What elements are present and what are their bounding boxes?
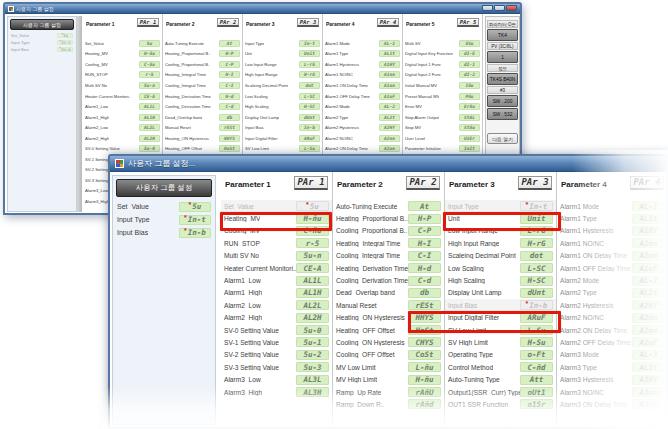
param-value-cell[interactable]: A1oF <box>379 93 400 100</box>
param-value-cell[interactable]: L-rG <box>520 226 553 236</box>
table-row[interactable]: Alarm2 OFF Delay TimeA2oF <box>557 336 666 348</box>
device-action-button[interactable]: SW : 532 <box>487 108 518 120</box>
table-row[interactable]: Input Digital FilterARuF <box>445 312 556 324</box>
param-value-cell[interactable]: 5u-3 <box>296 362 329 372</box>
table-row[interactable]: Digital Input Key FunctiondI-E <box>403 49 482 60</box>
param-value-cell[interactable]: A1on <box>379 82 400 89</box>
param-value-cell[interactable]: oUt1 <box>520 387 553 397</box>
param-value-cell[interactable]: HHYS <box>219 135 240 142</box>
param-value-cell[interactable]: H-rG <box>520 238 553 248</box>
table-row[interactable]: Alarm1 TypeAL1t <box>557 212 666 224</box>
table-row[interactable]: SV-0 Setting Value5u-0 <box>83 143 162 154</box>
sidebar-item[interactable]: Set_Value*5u <box>113 200 215 213</box>
param-value-cell[interactable]: AL3H <box>296 387 329 397</box>
param-value-cell[interactable]: AL1L <box>296 276 329 286</box>
param-value-cell[interactable]: L-rG <box>299 61 320 68</box>
param-value-cell[interactable]: *5u <box>296 201 329 211</box>
param-value-cell[interactable]: A2on <box>379 145 400 152</box>
param-value-cell[interactable]: o-Ft <box>520 350 553 360</box>
param-value-cell[interactable]: rAñU <box>408 387 441 397</box>
param-value-cell[interactable]: H-ñu <box>139 50 160 57</box>
table-row[interactable]: Error MVErñu <box>403 101 482 112</box>
param-value-cell[interactable]: dI-E <box>459 50 480 57</box>
table-row[interactable]: Input Bias*In-b <box>445 299 556 311</box>
maximize-button[interactable] <box>494 5 505 11</box>
table-row[interactable]: Heating_Proportional B..H-P <box>163 49 242 60</box>
table-row[interactable]: UnitUnit <box>243 49 322 60</box>
table-row[interactable]: Cooling_Derivation TimeC-d <box>333 274 444 286</box>
table-row[interactable]: RUN_STOPr-5 <box>83 70 162 81</box>
param-value-cell[interactable]: H-d <box>219 93 240 100</box>
table-row[interactable]: Cooling_Proportional B..C-P <box>163 59 242 70</box>
table-row[interactable]: Stop Alarm OutputStAL <box>403 112 482 123</box>
param-value-cell[interactable]: 5u-0 <box>296 325 329 335</box>
table-row[interactable]: Stop MVStñu <box>403 122 482 133</box>
param-value-cell[interactable]: A2on <box>632 325 665 335</box>
param-value-cell[interactable]: C-ñu <box>296 226 329 236</box>
table-row[interactable]: Dead_Overlap banddb <box>163 112 242 123</box>
device-action-button[interactable]: TK4 <box>487 29 518 41</box>
param-value-cell[interactable]: H-ñu <box>408 375 441 385</box>
table-row[interactable]: MV Low LimitL-ñu <box>333 361 444 373</box>
param-value-cell[interactable]: AL-1 <box>632 201 665 211</box>
table-row[interactable]: Digital Input 1 FuncdI-1 <box>403 59 482 70</box>
table-row[interactable]: Alarm1 NO/NCA1nn <box>557 237 666 249</box>
param-value-cell[interactable]: CE-A <box>296 263 329 273</box>
table-row[interactable]: SV Low LimitL-Su <box>243 143 322 154</box>
table-row[interactable]: Heating_Derivation TimeH-d <box>163 91 242 102</box>
table-row[interactable]: Alarm2 NO/NCA2nn <box>557 312 666 324</box>
table-row[interactable]: Alarm1 ON Delay TimeA1on <box>557 250 666 262</box>
param-value-cell[interactable]: AL2L <box>296 300 329 310</box>
table-row[interactable]: Heater Current Monitori..CE-A <box>221 262 332 274</box>
param-value-cell[interactable]: C-P <box>219 61 240 68</box>
table-row[interactable]: Alarm2 ON Delay TimeA2on <box>557 324 666 336</box>
param-value-cell[interactable]: 5u-1 <box>296 337 329 347</box>
table-row[interactable]: Set_Value5u <box>83 38 162 49</box>
table-row[interactable]: SV-3 Setting Value5u-3 <box>221 361 332 373</box>
param-value-cell[interactable]: In-b <box>299 124 320 131</box>
table-row[interactable]: Auto-Tuning ExecuteAt <box>333 200 444 212</box>
table-row[interactable]: Heating_Proportional B..H-P <box>333 212 444 224</box>
device-action-button[interactable]: TK4S B40N <box>487 73 518 85</box>
table-row[interactable]: Low Input RangeL-rG <box>243 59 322 70</box>
bg-titlebar[interactable]: 사용자 그룹 설정 <box>5 4 520 14</box>
param-value-cell[interactable]: *5u <box>179 202 211 212</box>
user-group-settings-header[interactable]: 사용자 그룹 설정 <box>10 19 74 30</box>
param-value-cell[interactable]: AL3L <box>296 375 329 385</box>
param-value-cell[interactable]: StAL <box>459 114 480 121</box>
param-value-cell[interactable]: dUnt <box>299 114 320 121</box>
param-value-cell[interactable]: r-5 <box>139 71 160 78</box>
table-row[interactable]: Manual ResetrESt <box>333 299 444 311</box>
param-value-cell[interactable]: H-d <box>408 263 441 273</box>
param-value-cell[interactable]: H-P <box>408 214 441 224</box>
table-row[interactable]: Alarm1 ModeAL-1 <box>557 200 666 212</box>
user-group-settings-header[interactable]: 사용자 그룹 설정 <box>116 179 212 197</box>
param-value-cell[interactable]: AL-2 <box>632 276 665 286</box>
device-action-button[interactable]: SW : 200 <box>487 95 518 107</box>
table-row[interactable]: Alarm3_LowAL3L <box>221 373 332 385</box>
table-row[interactable]: UnitUnit <box>445 212 556 224</box>
param-value-cell[interactable]: 5u-0 <box>139 145 160 152</box>
table-row[interactable]: Alarm2 TypeAL2t <box>323 112 402 123</box>
table-row[interactable]: Cooling_MVC-ñu <box>221 225 332 237</box>
device-action-button[interactable]: 1 <box>487 51 518 63</box>
close-button[interactable] <box>506 5 517 11</box>
param-value-cell[interactable]: L-Su <box>299 145 320 152</box>
table-row[interactable]: Cooling_Derivation TimeC-d <box>163 101 242 112</box>
table-row[interactable]: Alarm1 ModeAL-1 <box>323 38 402 49</box>
param-value-cell[interactable]: ARuF <box>299 135 320 142</box>
table-row[interactable]: SV-0 Setting Value5u-0 <box>221 324 332 336</box>
table-row[interactable]: Initial Manual MVIñu <box>403 80 482 91</box>
param-value-cell[interactable]: C-ñu <box>139 61 160 68</box>
param-value-cell[interactable]: C-I <box>408 251 441 261</box>
table-row[interactable]: Heating_Derivation TimeH-d <box>333 262 444 274</box>
param-value-cell[interactable]: AL2L <box>139 124 160 131</box>
table-row[interactable]: Alarm2_LowAL2L <box>221 299 332 311</box>
table-row[interactable]: Alarm3 ON Delay TimeA3on <box>557 398 666 410</box>
table-row[interactable]: Ramp_Up RaterAñU <box>333 386 444 398</box>
table-row[interactable]: Low ScalingL-SC <box>243 91 322 102</box>
table-row[interactable]: MV High LimitH-ñu <box>333 373 444 385</box>
param-value-cell[interactable]: *5u <box>57 33 73 38</box>
param-value-cell[interactable]: AL-3 <box>632 350 665 360</box>
table-row[interactable]: Set_Value*5u <box>221 200 332 212</box>
